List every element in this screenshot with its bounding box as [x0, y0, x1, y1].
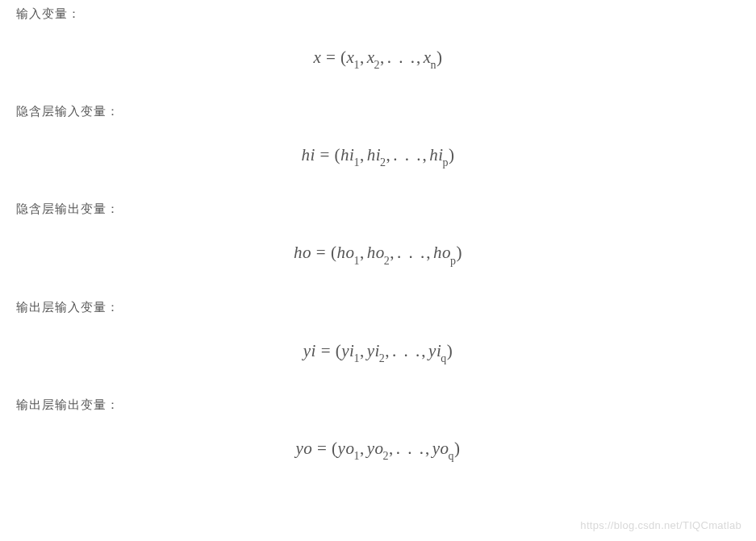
eq-sub-2: 2: [374, 59, 381, 71]
eq-elem: ho: [336, 243, 354, 262]
eq-comma: ,: [360, 48, 365, 67]
eq-elem: ho: [367, 243, 385, 262]
dots-icon: . . .: [397, 243, 426, 262]
watermark-text: https://blog.csdn.net/TIQCmatlab: [580, 519, 741, 531]
eq-comma: ,: [360, 341, 365, 360]
eq-elem: yo: [338, 439, 355, 458]
eq-sub-1: 1: [353, 156, 360, 169]
eq-comma: ,: [421, 341, 426, 360]
eq-elem: hi: [340, 145, 354, 164]
section-hidden-input: 隐含层输入变量： hi = (hi1,hi2,. . .,hip): [16, 104, 740, 168]
eq-comma: ,: [416, 48, 421, 67]
equation-hidden-output: ho = (ho1,ho2,. . .,hop): [16, 243, 740, 265]
equation-output-input: yi = (yi1,yi2,. . .,yiq): [16, 341, 740, 364]
eq-elem: yo: [432, 439, 449, 458]
eq-sub-2: 2: [383, 450, 390, 462]
eq-elem: hi: [429, 145, 443, 164]
eq-sub-n: q: [449, 450, 455, 462]
eq-comma: ,: [360, 439, 365, 458]
eq-comma: ,: [360, 145, 365, 164]
eq-comma: ,: [423, 145, 428, 164]
eq-elem: yo: [367, 439, 384, 458]
label-input-variable: 输入变量：: [16, 6, 740, 22]
eq-elem: yi: [428, 341, 441, 360]
rparen-icon: ): [456, 243, 462, 262]
eq-comma: ,: [426, 243, 431, 262]
lparen-icon: (: [335, 145, 341, 164]
eq-sub-1: 1: [353, 59, 360, 71]
eq-comma: ,: [380, 48, 385, 67]
eq-eq: =: [312, 439, 332, 458]
label-output-output: 输出层输出变量：: [16, 397, 740, 413]
label-hidden-input: 隐含层输入变量：: [16, 104, 740, 119]
eq-comma: ,: [390, 243, 395, 262]
section-hidden-output: 隐含层输出变量： ho = (ho1,ho2,. . .,hop): [16, 202, 740, 265]
rparen-icon: ): [449, 145, 455, 164]
eq-sub-1: 1: [353, 352, 360, 364]
eq-sub-n: p: [443, 156, 449, 169]
eq-eq: =: [316, 341, 336, 360]
eq-eq: =: [315, 145, 335, 164]
section-input-variable: 输入变量： x = (x1,x2,. . .,xn): [16, 6, 740, 70]
eq-comma: ,: [425, 439, 430, 458]
dots-icon: . . .: [392, 341, 421, 360]
eq-sub-2: 2: [380, 156, 386, 169]
eq-elem: ho: [433, 243, 451, 262]
eq-lhs: ho: [294, 243, 311, 262]
dots-icon: . . .: [396, 439, 425, 458]
eq-elem: yi: [341, 341, 354, 360]
rparen-icon: ): [454, 439, 461, 458]
eq-sub-1: 1: [353, 450, 360, 462]
eq-eq: =: [321, 48, 340, 67]
label-output-input: 输出层输入变量：: [16, 300, 740, 315]
eq-comma: ,: [389, 439, 394, 458]
eq-comma: ,: [360, 243, 365, 262]
section-output-output: 输出层输出变量： yo = (yo1,yo2,. . .,yoq): [16, 397, 740, 461]
equation-hidden-input: hi = (hi1,hi2,. . .,hip): [16, 145, 740, 168]
eq-elem: yi: [367, 341, 380, 360]
eq-lhs: x: [313, 48, 321, 67]
rparen-icon: ): [447, 341, 453, 360]
eq-elem: hi: [367, 145, 381, 164]
eq-lhs: yo: [295, 439, 312, 458]
lparen-icon: (: [340, 48, 347, 67]
eq-sub-n: n: [431, 59, 437, 71]
lparen-icon: (: [332, 439, 338, 458]
section-output-input: 输出层输入变量： yi = (yi1,yi2,. . .,yiq): [16, 300, 740, 364]
eq-eq: =: [311, 243, 331, 262]
dots-icon: . . .: [393, 145, 422, 164]
rparen-icon: ): [436, 48, 443, 67]
equation-input-variable: x = (x1,x2,. . .,xn): [16, 48, 740, 70]
eq-sub-n: q: [441, 352, 447, 364]
dots-icon: . . .: [387, 48, 416, 67]
eq-lhs: yi: [303, 341, 316, 360]
eq-sub-2: 2: [384, 255, 391, 267]
eq-comma: ,: [386, 145, 391, 164]
eq-comma: ,: [385, 341, 390, 360]
eq-sub-2: 2: [379, 352, 386, 364]
eq-sub-1: 1: [353, 255, 360, 267]
label-hidden-output: 隐含层输出变量：: [16, 202, 740, 217]
eq-sub-n: p: [450, 255, 457, 267]
equation-output-output: yo = (yo1,yo2,. . .,yoq): [16, 439, 740, 461]
eq-lhs: hi: [301, 145, 315, 164]
